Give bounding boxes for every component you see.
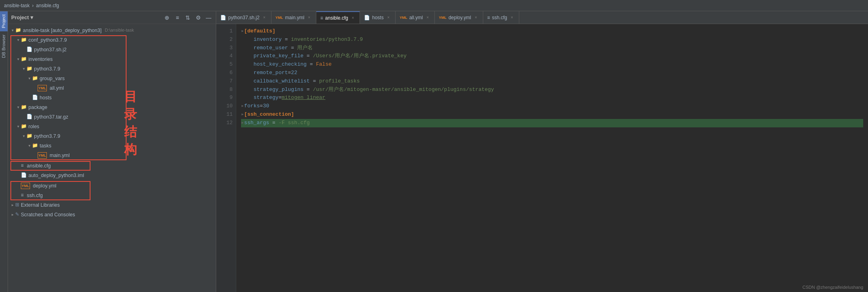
tab-icon-ssh-cfg: ≡ — [487, 15, 490, 20]
fold-icon-12[interactable]: ▸ — [241, 120, 244, 126]
code-line-4: private_key_file = /Users/用户名/用户名.privat… — [241, 52, 863, 60]
editor-area: 📄 python37.sh.j2 × YML main.yml × ≡ ansi… — [216, 11, 868, 292]
tree-item-deploy-yml[interactable]: ▸ YML deploy.yml — [8, 181, 216, 191]
tab-close-hosts[interactable]: × — [386, 15, 391, 20]
root-folder-icon: 📁 — [15, 26, 21, 34]
cfg-icon-ssh: ≡ — [21, 191, 24, 199]
tab-main-yml[interactable]: YML main.yml × — [271, 11, 316, 24]
editor-content: 1 2 3 4 5 6 7 8 9 10 11 12 ▸[defaults] i… — [216, 24, 868, 292]
tab-label-ansible-cfg: ansible.cfg — [325, 15, 348, 21]
tree-item-python37tgz[interactable]: ▸ 📄 python37.tar.gz — [8, 112, 216, 122]
tree-item-hosts[interactable]: ▸ 📄 hosts — [8, 93, 216, 103]
tab-close-main-yml[interactable]: × — [306, 15, 312, 20]
label-ssh-cfg: ssh.cfg — [27, 191, 43, 199]
code-line-10: ▸forks=30 — [241, 102, 863, 111]
label-group-vars: group_vars — [40, 75, 65, 83]
left-tab-project[interactable]: Project — [0, 11, 8, 31]
tab-label-hosts: hosts — [372, 15, 384, 20]
tab-label-deploy-yml: deploy.yml — [448, 15, 471, 20]
tree-item-main-yml[interactable]: ▸ YML main.yml — [8, 151, 216, 160]
label-inventories: inventories — [28, 55, 52, 63]
tab-close-ssh-cfg[interactable]: × — [509, 15, 515, 20]
code-line-2: inventory = inventories/python3.7.9 — [241, 36, 863, 44]
tab-close-python37sh[interactable]: × — [261, 15, 267, 20]
breadcrumb-project[interactable]: ansible-task — [4, 3, 30, 8]
root-label: ansible-task [auto_deploy_python3] — [23, 26, 102, 34]
folder-icon-inventories: 📁 — [21, 55, 27, 63]
fold-icon-1[interactable]: ▸ — [241, 28, 244, 34]
tree-item-tasks[interactable]: ▾ 📁 tasks — [8, 141, 216, 151]
tab-all-yml[interactable]: YML all.yml × — [396, 11, 435, 24]
tab-icon-deploy-yml: YML — [439, 16, 446, 20]
fold-icon-11[interactable]: ▸ — [241, 111, 244, 117]
cfg-icon-ansible: ≡ — [21, 162, 24, 169]
tab-close-ansible-cfg[interactable]: × — [350, 15, 356, 21]
label-ansible-cfg: ansible.cfg — [27, 162, 51, 170]
tree-root[interactable]: ▾ 📁 ansible-task [auto_deploy_python3] D… — [8, 26, 216, 35]
tab-icon-python37sh: 📄 — [220, 15, 226, 20]
tree-item-conf-python379[interactable]: ▾ 📁 conf_python3.7.9 — [8, 35, 216, 45]
tab-deploy-yml[interactable]: YML deploy.yml × — [435, 11, 483, 24]
label-roles: roles — [28, 123, 39, 131]
tab-close-deploy-yml[interactable]: × — [473, 15, 479, 20]
label-package: package — [28, 103, 47, 111]
toolbar-sort-btn[interactable]: ≡ — [173, 14, 181, 22]
label-deploy-yml: deploy.yml — [33, 182, 56, 190]
tab-ssh-cfg[interactable]: ≡ ssh.cfg × — [483, 11, 519, 24]
toolbar-expand-btn[interactable]: ⇅ — [184, 14, 192, 22]
ext-libs-icon: ⊞ — [15, 201, 19, 209]
tab-python37sh[interactable]: 📄 python37.sh.j2 × — [216, 11, 271, 24]
label-python379-inv: python3.7.9 — [34, 65, 60, 73]
tab-label-python37sh: python37.sh.j2 — [228, 15, 259, 20]
file-icon-python37sh: 📄 — [26, 46, 32, 53]
folder-icon-roles: 📁 — [21, 123, 27, 130]
tree-item-ext-libs[interactable]: ▸ ⊞ External Libraries — [8, 200, 216, 210]
tree-item-python37sh[interactable]: ▸ 📄 python37.sh.j2 — [8, 45, 216, 54]
root-path: D:\ansible-task — [105, 27, 134, 34]
label-tasks: tasks — [40, 142, 51, 150]
code-line-8: strategy_plugins = /usr/用户名/mitogen-mast… — [241, 86, 863, 94]
folder-icon-conf: 📁 — [21, 36, 27, 44]
yml-icon-all: YML — [38, 85, 47, 91]
left-tab-db-browser[interactable]: DB Browser — [0, 31, 8, 61]
tab-icon-all-yml: YML — [400, 16, 407, 20]
label-hosts: hosts — [40, 94, 52, 102]
breadcrumb-sep: › — [32, 3, 34, 8]
line-numbers: 1 2 3 4 5 6 7 8 9 10 11 12 — [216, 24, 236, 292]
tree-item-ssh-cfg[interactable]: ▸ ≡ ssh.cfg — [8, 191, 216, 200]
code-line-1: ▸[defaults] — [241, 27, 863, 36]
tree-item-inventories[interactable]: ▾ 📁 inventories — [8, 54, 216, 64]
breadcrumb-file: ansible.cfg — [36, 3, 59, 8]
code-line-3: remote_user = 用户名 — [241, 44, 863, 52]
label-python379-roles: python3.7.9 — [34, 132, 60, 140]
scratches-icon: ✎ — [15, 211, 19, 218]
label-ext-libs: External Libraries — [21, 201, 60, 209]
code-editor[interactable]: ▸[defaults] inventory = inventories/pyth… — [236, 24, 868, 292]
breadcrumb-bar: ansible-task › ansible.cfg — [0, 0, 868, 11]
fold-icon-10[interactable]: ▸ — [241, 103, 244, 109]
tab-close-all-yml[interactable]: × — [425, 15, 430, 20]
tab-icon-ansible-cfg: ≡ — [320, 15, 323, 21]
tree-item-group-vars[interactable]: ▾ 📁 group_vars — [8, 74, 216, 83]
tree-item-python379-inv[interactable]: ▾ 📁 python3.7.9 — [8, 64, 216, 74]
toolbar-settings-btn[interactable]: ⚙ — [194, 14, 202, 22]
folder-icon-python379-inv: 📁 — [26, 65, 32, 72]
tab-label-all-yml: all.yml — [409, 15, 423, 20]
tree-item-package[interactable]: ▾ 📁 package — [8, 103, 216, 112]
label-python37tgz: python37.tar.gz — [34, 113, 68, 121]
tree-item-all-yml[interactable]: ▸ YML all.yml — [8, 83, 216, 93]
tree-item-scratches[interactable]: ▸ ✎ Scratches and Consoles — [8, 210, 216, 220]
toolbar-locate-btn[interactable]: ⊕ — [163, 14, 171, 22]
tree-item-ansible-cfg[interactable]: ▸ ≡ ansible.cfg — [8, 161, 216, 171]
folder-icon-python379-roles: 📁 — [26, 132, 32, 140]
tab-bar: 📄 python37.sh.j2 × YML main.yml × ≡ ansi… — [216, 11, 868, 24]
toolbar-minimize-btn[interactable]: — — [205, 14, 213, 22]
file-icon-hosts: 📄 — [32, 94, 38, 101]
tree-item-auto-deploy[interactable]: ▸ 📄 auto_deploy_python3.iml — [8, 171, 216, 180]
left-tab-strip: Project DB Browser — [0, 11, 8, 292]
tree-item-python379-roles[interactable]: ▾ 📁 python3.7.9 — [8, 131, 216, 141]
tab-ansible-cfg[interactable]: ≡ ansible.cfg × — [316, 11, 360, 24]
tab-hosts[interactable]: 📄 hosts × — [360, 11, 396, 24]
project-title: Project ▾ — [11, 14, 161, 20]
tree-item-roles[interactable]: ▾ 📁 roles — [8, 122, 216, 131]
